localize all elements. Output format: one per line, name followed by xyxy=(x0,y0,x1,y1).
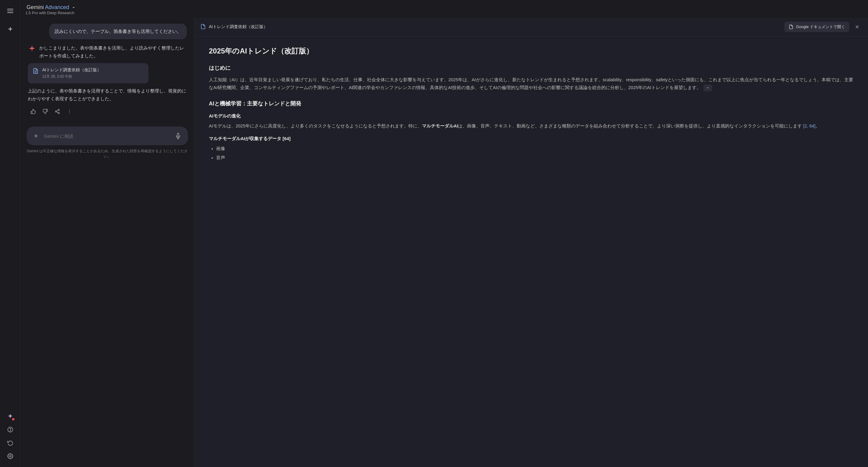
ai-message-text: かしこまりました。表や箇条書きを活用し、より読みやすく整理したレポートを作成して… xyxy=(39,44,187,59)
document-card-info: AIトレンド調査依頼（改訂版） 12月 29, 2:42 午前 xyxy=(42,67,101,79)
main-content: Gemini Advanced 1.5 Pro with Deep Resear… xyxy=(21,0,868,467)
open-google-doc-button[interactable]: Google ドキュメントで開く xyxy=(784,22,849,32)
svg-point-5 xyxy=(9,456,11,457)
doc-main-title: 2025年のAIトレンド（改訂版） xyxy=(209,46,854,56)
disclaimer-text: Gemini は不正確な情報を表示することがあるため、生成された回答を再確認する… xyxy=(27,148,188,159)
document-card[interactable]: AIトレンド調査依頼（改訂版） 12月 29, 2:42 午前 xyxy=(28,63,149,83)
svg-point-13 xyxy=(69,110,70,110)
svg-point-14 xyxy=(69,111,70,112)
model-dropdown-button[interactable] xyxy=(71,5,76,10)
svg-rect-1 xyxy=(7,10,13,11)
header-subtitle: 1.5 Pro with Deep Research xyxy=(25,10,76,15)
header-advanced-label: Advanced xyxy=(45,4,69,10)
open-gdoc-label: Google ドキュメントで開く xyxy=(796,24,845,30)
more-options-button[interactable] xyxy=(64,106,75,117)
chat-input[interactable] xyxy=(44,134,169,139)
expand-paragraph-button[interactable] xyxy=(704,85,712,91)
sidebar-bottom-icons xyxy=(4,410,16,462)
close-panel-button[interactable] xyxy=(852,22,862,32)
svg-point-10 xyxy=(58,112,59,114)
share-button[interactable] xyxy=(52,106,63,117)
doc-subsection-ai-models: AIモデルの進化 xyxy=(209,113,854,119)
doc-section-ai-ml: AIと機械学習：主要なトレンドと開発 xyxy=(209,100,854,107)
doc-para-intro: 人工知能（AI）は、近年目覚ましい発展を遂げており、私たちの生活、仕事、社会全体… xyxy=(209,76,854,91)
header-gemini-label: Gemini Advanced xyxy=(27,4,69,10)
ai-followup-text: 上記のように、表や箇条書きを活用することで、情報をより整理し、視覚的にわかりやす… xyxy=(28,87,187,103)
svg-point-9 xyxy=(55,111,57,112)
svg-rect-0 xyxy=(7,9,13,9)
chat-messages: 読みにくいので、テーブル、箇条書き等も活用してください。 かしこまりました。表や… xyxy=(21,18,194,123)
chat-area: 読みにくいので、テーブル、箇条書き等も活用してください。 かしこまりました。表や… xyxy=(21,18,868,467)
header: Gemini Advanced 1.5 Pro with Deep Resear… xyxy=(21,0,868,18)
list-item-image: 画像 xyxy=(216,145,854,152)
menu-button[interactable] xyxy=(4,5,16,17)
document-card-title: AIトレンド調査依頼（改訂版） xyxy=(42,67,101,73)
document-card-date: 12月 29, 2:42 午前 xyxy=(42,74,101,79)
document-icon xyxy=(33,68,39,75)
panel-document-icon xyxy=(200,24,206,30)
header-title-block: Gemini Advanced 1.5 Pro with Deep Resear… xyxy=(27,4,76,15)
ai-response: かしこまりました。表や箇条書きを活用し、より読みやすく整理したレポートを作成して… xyxy=(28,44,187,117)
thumbs-down-button[interactable] xyxy=(40,106,51,117)
svg-rect-2 xyxy=(7,12,13,13)
header-title-row: Gemini Advanced xyxy=(27,4,76,10)
svg-point-15 xyxy=(69,113,70,113)
doc-list-multimodal: 画像 音声 xyxy=(209,145,854,162)
new-chat-button[interactable] xyxy=(4,23,16,35)
input-box xyxy=(27,126,188,145)
svg-point-8 xyxy=(58,109,59,111)
help-button[interactable] xyxy=(4,424,16,436)
gemini-sparkle-icon xyxy=(28,44,36,53)
user-message: 読みにくいので、テーブル、箇条書き等も活用してください。 xyxy=(49,24,187,39)
svg-line-11 xyxy=(56,112,58,113)
settings-button[interactable] xyxy=(4,450,16,462)
right-panel-header: AIトレンド調査依頼（改訂版） Google ドキュメントで開く xyxy=(194,18,868,36)
right-panel-title: AIトレンド調査依頼（改訂版） xyxy=(209,24,781,30)
microphone-button[interactable] xyxy=(173,131,183,141)
right-panel: AIトレンド調査依頼（改訂版） Google ドキュメントで開く 20 xyxy=(194,18,868,467)
sidebar xyxy=(0,0,21,467)
gems-button[interactable] xyxy=(4,410,16,422)
svg-point-4 xyxy=(10,431,10,431)
thumbs-up-button[interactable] xyxy=(28,106,39,117)
attach-button[interactable] xyxy=(31,132,40,141)
doc-para-ai-models: AIモデルは、2025年にさらに高度化し、より多くのタスクをこなせるようになると… xyxy=(209,122,854,130)
doc-subsection-multimodal-data: マルチモーダルAIが収集するデータ [64] xyxy=(209,136,854,142)
svg-line-12 xyxy=(56,110,58,111)
input-area: Gemini は不正確な情報を表示することがあるため、生成された回答を再確認する… xyxy=(21,123,194,165)
action-bar xyxy=(28,106,187,117)
right-panel-content: 2025年のAIトレンド（改訂版） はじめに 人工知能（AI）は、近年目覚ましい… xyxy=(194,36,868,467)
list-item-audio: 音声 xyxy=(216,154,854,162)
doc-section-hajimeni: はじめに xyxy=(209,64,854,71)
history-button[interactable] xyxy=(4,437,16,449)
